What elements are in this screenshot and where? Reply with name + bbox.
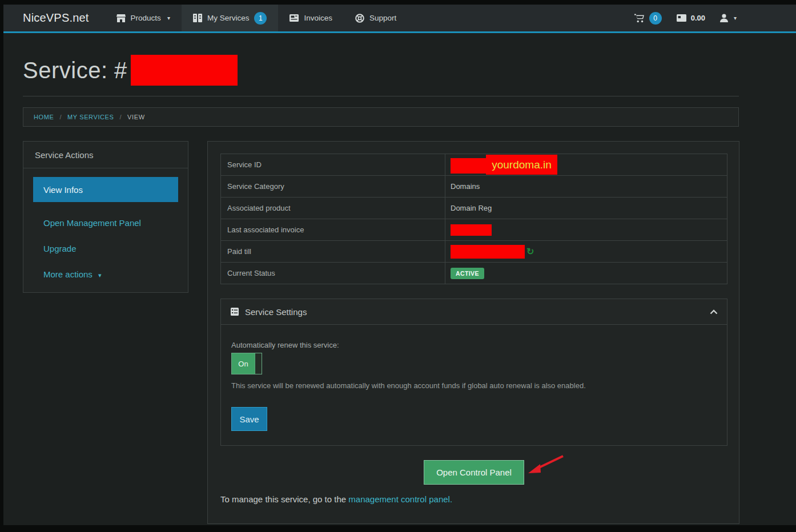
toggle-on-label: On bbox=[232, 353, 255, 374]
balance-amount: 0.00 bbox=[691, 14, 705, 22]
header-divider bbox=[23, 96, 739, 96]
account-menu-button[interactable]: ▾ bbox=[720, 14, 737, 22]
sidebar-item-upgrade[interactable]: Upgrade bbox=[33, 244, 178, 253]
breadcrumb-separator: / bbox=[59, 114, 62, 120]
service-actions-title: Service Actions bbox=[23, 142, 188, 168]
row-value: ACTIVE bbox=[445, 263, 727, 284]
table-row: Service ID yourdoma.in bbox=[221, 154, 727, 176]
cart-count-badge: 0 bbox=[649, 12, 662, 25]
nav-item-my-services[interactable]: My Services 1 bbox=[182, 5, 279, 31]
navbar-right-cluster: 0 0.00 ▾ bbox=[634, 5, 796, 31]
auto-renew-description: This service will be renewed automatical… bbox=[231, 381, 717, 390]
management-control-panel-link[interactable]: management control panel. bbox=[348, 494, 452, 504]
service-settings-body: Automatically renew this service: On Thi… bbox=[220, 325, 727, 446]
redaction-service-id-watermark: yourdoma.in bbox=[486, 155, 557, 175]
nav-item-label: Products bbox=[131, 14, 161, 22]
redaction-service-id-title bbox=[131, 55, 238, 86]
page-header: Service: # bbox=[23, 55, 238, 86]
table-row: Current Status ACTIVE bbox=[221, 263, 727, 284]
redaction-last-invoice bbox=[451, 224, 492, 236]
nav-item-label: Invoices bbox=[304, 14, 332, 22]
caret-down-icon: ▾ bbox=[98, 272, 102, 279]
service-view-panel: Service ID yourdoma.in Service Category … bbox=[207, 141, 739, 524]
redaction-paid-till bbox=[451, 245, 525, 259]
sidebar-item-view-infos[interactable]: View Infos bbox=[33, 177, 178, 202]
server-settings-icon bbox=[230, 307, 239, 316]
nav-item-label: My Services bbox=[207, 14, 250, 22]
service-settings-title: Service Settings bbox=[245, 307, 307, 317]
page: NiceVPS.net Products ▾ My Services 1 Inv… bbox=[3, 5, 796, 525]
nav-item-label: Support bbox=[369, 14, 396, 22]
table-row: Service Category Domains bbox=[221, 176, 727, 198]
my-services-count-badge: 1 bbox=[254, 12, 267, 25]
invoice-icon bbox=[290, 14, 299, 22]
watermark-text: yourdoma.in bbox=[492, 159, 552, 171]
row-value: ↻ bbox=[445, 241, 727, 262]
toggle-handle bbox=[255, 353, 262, 374]
sidebar-item-open-management-panel[interactable]: Open Management Panel bbox=[33, 218, 178, 228]
user-icon bbox=[720, 14, 728, 22]
page-title: Service: # bbox=[23, 58, 127, 83]
row-label: Last associated invoice bbox=[221, 219, 445, 240]
services-icon bbox=[193, 14, 202, 22]
row-value: yourdoma.in bbox=[445, 154, 727, 175]
row-label: Associated product bbox=[221, 198, 445, 219]
row-label: Paid till bbox=[221, 241, 445, 262]
redaction-service-id bbox=[451, 158, 487, 174]
row-label: Service ID bbox=[221, 154, 445, 175]
row-value bbox=[445, 219, 727, 240]
status-badge: ACTIVE bbox=[451, 268, 484, 279]
sidebar-item-label: More actions bbox=[43, 269, 93, 279]
service-actions-panel: Service Actions View Infos Open Manageme… bbox=[23, 141, 188, 293]
top-navbar: NiceVPS.net Products ▾ My Services 1 Inv… bbox=[3, 5, 796, 33]
breadcrumb: HOME / MY SERVICES / VIEW bbox=[23, 107, 739, 127]
nav-item-support[interactable]: Support bbox=[344, 5, 408, 31]
cart-icon bbox=[634, 14, 645, 23]
brand-logo[interactable]: NiceVPS.net bbox=[3, 5, 105, 31]
auto-renew-label: Automatically renew this service: bbox=[231, 341, 717, 349]
table-row: Paid till ↻ bbox=[221, 241, 727, 263]
caret-down-icon: ▾ bbox=[734, 15, 737, 21]
nav-item-products[interactable]: Products ▾ bbox=[105, 5, 182, 31]
shop-icon bbox=[116, 14, 126, 22]
row-value: Domain Reg bbox=[445, 198, 727, 219]
wallet-icon bbox=[677, 14, 686, 22]
save-button[interactable]: Save bbox=[231, 407, 267, 431]
balance-button[interactable]: 0.00 bbox=[677, 14, 705, 22]
breadcrumb-my-services[interactable]: MY SERVICES bbox=[67, 114, 114, 120]
chevron-up-icon[interactable] bbox=[710, 309, 718, 315]
cart-button[interactable]: 0 bbox=[634, 12, 662, 25]
refresh-icon[interactable]: ↻ bbox=[526, 246, 534, 257]
caret-down-icon: ▾ bbox=[167, 15, 170, 21]
breadcrumb-home[interactable]: HOME bbox=[34, 114, 54, 120]
row-label: Service Category bbox=[221, 176, 445, 197]
manage-text: To manage this service, go to the bbox=[220, 494, 348, 504]
open-control-panel-button[interactable]: Open Control Panel bbox=[424, 460, 524, 485]
breadcrumb-view: VIEW bbox=[127, 114, 145, 120]
row-label: Current Status bbox=[221, 263, 445, 284]
row-value: Domains bbox=[445, 176, 727, 197]
service-settings-header[interactable]: Service Settings bbox=[220, 299, 727, 325]
auto-renew-toggle[interactable]: On bbox=[231, 353, 262, 374]
sidebar-item-more-actions[interactable]: More actions ▾ bbox=[33, 269, 178, 279]
annotation-arrow-icon bbox=[525, 453, 566, 481]
table-row: Associated product Domain Reg bbox=[221, 198, 727, 219]
breadcrumb-separator: / bbox=[119, 114, 122, 120]
manage-service-text: To manage this service, go to the manage… bbox=[220, 494, 452, 504]
support-icon bbox=[355, 14, 364, 23]
service-details-table: Service ID yourdoma.in Service Category … bbox=[220, 154, 727, 284]
nav-item-invoices[interactable]: Invoices bbox=[278, 5, 344, 31]
table-row: Last associated invoice bbox=[221, 219, 727, 241]
